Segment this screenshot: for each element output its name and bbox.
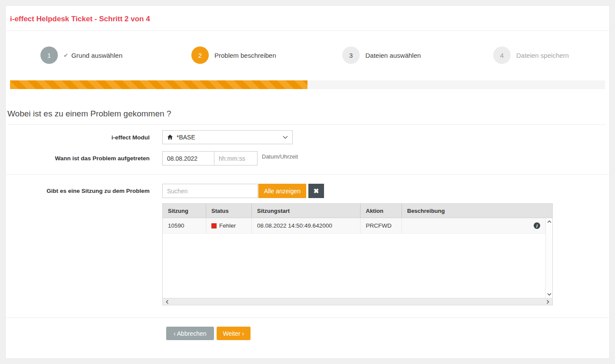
section-question: Wobei ist es zu einem Problem gekommen ? bbox=[7, 109, 606, 125]
time-field[interactable] bbox=[214, 151, 257, 165]
table-row[interactable]: 10590 Fehler 08.08.2022 14:50:49.642000 … bbox=[163, 218, 545, 234]
scroll-right-icon[interactable] bbox=[546, 300, 549, 304]
column-header-aktion[interactable]: Aktion bbox=[361, 204, 402, 218]
progress-bar-fill bbox=[10, 80, 308, 89]
footer-actions: ‹ Abbrechen Weiter › bbox=[166, 327, 609, 340]
datetime-row: Wann ist das Problem aufgetreten Datum/U… bbox=[6, 151, 609, 165]
progress-bar-track bbox=[10, 80, 605, 89]
section-divider bbox=[6, 174, 609, 175]
scroll-left-icon[interactable] bbox=[166, 300, 169, 304]
step-1-circle: 1 bbox=[40, 46, 58, 64]
table-header-row: Sitzung Status Sitzungstart Aktion Besch… bbox=[163, 204, 552, 218]
column-header-beschreibung[interactable]: Beschreibung bbox=[402, 204, 552, 218]
house-icon bbox=[167, 134, 173, 140]
step-3-dateien-auswaehlen: 3 Dateien auswählen bbox=[308, 46, 458, 64]
cell-sitzung: 10590 bbox=[163, 218, 206, 233]
step-3-circle: 3 bbox=[342, 46, 360, 64]
step-2-circle: 2 bbox=[191, 46, 209, 64]
step-4-dateien-speichern: 4 Dateien speichern bbox=[458, 46, 609, 64]
date-field[interactable] bbox=[162, 151, 214, 165]
step-4-circle: 4 bbox=[493, 46, 511, 64]
cancel-button[interactable]: ‹ Abbrechen bbox=[166, 327, 214, 340]
scroll-up-icon[interactable] bbox=[547, 220, 551, 223]
cell-sitzungstart: 08.08.2022 14:50:49.642000 bbox=[252, 218, 361, 233]
status-text: Fehler bbox=[219, 222, 236, 229]
table-body: 10590 Fehler 08.08.2022 14:50:49.642000 … bbox=[163, 218, 552, 298]
step-1-grund-auswaehlen: 1 ✔ Grund auswählen bbox=[6, 46, 157, 64]
page-title: i-effect Helpdesk Ticket - Schritt 2 von… bbox=[10, 15, 605, 23]
chevron-down-icon bbox=[283, 136, 288, 139]
vertical-scrollbar[interactable] bbox=[545, 218, 552, 298]
session-label: Gibt es eine Sitzung zu dem Problem bbox=[6, 188, 150, 194]
step-2-label: Problem beschreiben bbox=[214, 52, 276, 59]
info-icon[interactable]: i bbox=[534, 222, 540, 229]
session-row: Gibt es eine Sitzung zu dem Problem Alle… bbox=[6, 184, 609, 198]
cell-aktion: PRCFWD bbox=[361, 218, 402, 233]
step-2-problem-beschreiben: 2 Problem beschreiben bbox=[157, 46, 308, 64]
datetime-label: Wann ist das Problem aufgetreten bbox=[6, 155, 150, 162]
clear-filter-button[interactable]: ✖ bbox=[308, 184, 324, 198]
module-selected-value: *BASE bbox=[177, 134, 195, 141]
close-icon: ✖ bbox=[314, 187, 319, 195]
footer-divider bbox=[6, 318, 609, 318]
module-label: i-effect Modul bbox=[6, 134, 150, 141]
column-header-sitzungstart[interactable]: Sitzungstart bbox=[252, 204, 361, 218]
session-search-input[interactable] bbox=[162, 184, 258, 198]
sessions-table: Sitzung Status Sitzungstart Aktion Besch… bbox=[162, 203, 553, 305]
cell-status: Fehler bbox=[206, 218, 252, 233]
step-4-label: Dateien speichern bbox=[516, 52, 569, 59]
next-button[interactable]: Weiter › bbox=[217, 327, 251, 340]
module-row: i-effect Modul *BASE bbox=[6, 130, 609, 144]
step-1-label: Grund auswählen bbox=[71, 52, 123, 59]
column-header-sitzung[interactable]: Sitzung bbox=[163, 204, 206, 218]
cell-beschreibung: i bbox=[402, 218, 545, 233]
error-status-icon bbox=[211, 223, 217, 228]
table-rows-area: 10590 Fehler 08.08.2022 14:50:49.642000 … bbox=[163, 218, 545, 298]
wizard-card: i-effect Helpdesk Ticket - Schritt 2 von… bbox=[5, 5, 610, 359]
datetime-hint: Datum/Uhrzeit bbox=[262, 153, 298, 160]
step-3-label: Dateien auswählen bbox=[365, 52, 421, 59]
step-indicator: 1 ✔ Grund auswählen 2 Problem beschreibe… bbox=[6, 46, 609, 64]
title-bar: i-effect Helpdesk Ticket - Schritt 2 von… bbox=[6, 6, 609, 31]
column-header-status[interactable]: Status bbox=[206, 204, 252, 218]
horizontal-scrollbar[interactable] bbox=[163, 298, 552, 305]
check-icon: ✔ bbox=[64, 52, 68, 59]
scroll-down-icon[interactable] bbox=[547, 293, 551, 296]
module-select[interactable]: *BASE bbox=[162, 130, 293, 144]
show-all-button[interactable]: Alle anzeigen bbox=[258, 184, 306, 198]
